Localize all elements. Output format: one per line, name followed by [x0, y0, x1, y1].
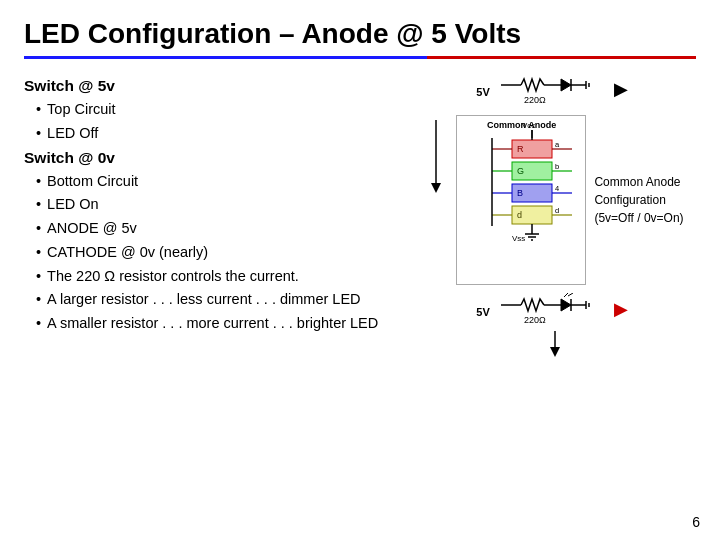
svg-marker-10: [431, 183, 441, 193]
svg-text:Vss: Vss: [512, 234, 525, 243]
svg-text:d: d: [517, 210, 522, 220]
bullet-larger-resistor: A larger resistor . . . less current . .…: [36, 289, 404, 311]
common-anode-line1: Common Anode: [594, 173, 683, 191]
bottom-circuit: 5V 220Ω: [476, 293, 633, 331]
top-circuit: 5V 220Ω: [476, 73, 633, 111]
led-board-svg: Common Anode Vcc R G B d: [456, 115, 586, 285]
bullet-led-off: LED Off: [36, 123, 404, 145]
svg-text:▶: ▶: [614, 79, 628, 99]
center-diagram-area: [426, 115, 448, 195]
left-arrow-svg: [426, 115, 446, 195]
svg-text:▶: ▶: [614, 299, 628, 319]
svg-line-49: [564, 293, 568, 297]
svg-text:G: G: [517, 166, 524, 176]
top-5v-label: 5V: [476, 86, 489, 98]
bullet-anode: ANODE @ 5v: [36, 218, 404, 240]
bullet-smaller-resistor: A smaller resistor . . . more current . …: [36, 313, 404, 335]
bottom-switch-indicator: [545, 331, 565, 361]
svg-marker-53: [550, 347, 560, 357]
right-column: 5V 220Ω: [404, 73, 696, 361]
svg-text:d: d: [555, 206, 559, 215]
switch-closed-bottom: ▶: [612, 293, 634, 331]
bullet-resistor-controls: The 220 Ω resistor controls the current.: [36, 266, 404, 288]
title-underline: [24, 56, 696, 59]
switch-open-top: ▶: [612, 73, 634, 111]
bottom-down-arrow-svg: [545, 331, 565, 361]
bullet-bottom-circuit: Bottom Circuit: [36, 171, 404, 193]
section1-header: Switch @ 5v: [24, 77, 404, 95]
svg-text:4: 4: [555, 184, 559, 193]
section1-bullets: Top Circuit LED Off: [24, 99, 404, 145]
bottom-circuit-svg: 220Ω: [496, 293, 606, 331]
bullet-top-circuit: Top Circuit: [36, 99, 404, 121]
svg-text:220Ω: 220Ω: [524, 315, 546, 325]
svg-text:B: B: [517, 188, 523, 198]
left-column: Switch @ 5v Top Circuit LED Off Switch @…: [24, 73, 404, 361]
common-anode-line2: Configuration: [594, 191, 683, 209]
page-title: LED Configuration – Anode @ 5 Volts: [24, 18, 696, 50]
svg-line-50: [568, 293, 573, 296]
svg-text:R: R: [517, 144, 524, 154]
page-number: 6: [692, 514, 700, 530]
svg-text:a: a: [555, 140, 560, 149]
svg-text:220Ω: 220Ω: [524, 95, 546, 105]
section2-header: Switch @ 0v: [24, 149, 404, 167]
common-anode-line3: (5v=Off / 0v=On): [594, 209, 683, 227]
bullet-led-on: LED On: [36, 194, 404, 216]
center-area: Common Anode Vcc R G B d: [426, 115, 683, 285]
svg-marker-43: [561, 299, 571, 311]
svg-text:Vcc: Vcc: [522, 121, 535, 130]
common-anode-info: Common Anode Configuration (5v=Off / 0v=…: [594, 115, 683, 285]
top-circuit-svg: 220Ω: [496, 73, 606, 111]
bottom-5v-label: 5V: [476, 306, 489, 318]
svg-text:b: b: [555, 162, 559, 171]
svg-marker-2: [561, 79, 571, 91]
section2-bullets: Bottom Circuit LED On ANODE @ 5v CATHODE…: [24, 171, 404, 335]
bullet-cathode: CATHODE @ 0v (nearly): [36, 242, 404, 264]
common-anode-label: Common Anode Configuration (5v=Off / 0v=…: [594, 173, 683, 227]
